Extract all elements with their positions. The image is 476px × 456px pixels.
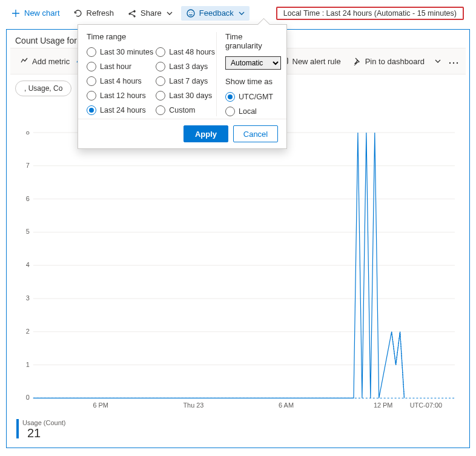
chevron-down-icon bbox=[167, 10, 173, 16]
radio-label: Local bbox=[239, 107, 257, 116]
top-toolbar: New chart Refresh Share Feedback Local T… bbox=[0, 0, 476, 27]
time-range-option[interactable]: Last 7 days bbox=[156, 76, 215, 86]
sparkle-icon bbox=[20, 57, 28, 65]
time-range-option[interactable]: Last 24 hours bbox=[87, 105, 153, 115]
feedback-label: Feedback bbox=[199, 8, 234, 18]
svg-text:5: 5 bbox=[26, 228, 30, 235]
time-range-popover: Time range Last 30 minutesLast 48 hoursL… bbox=[78, 24, 287, 149]
new-chart-button[interactable]: New chart bbox=[6, 6, 65, 21]
radio-label: Last 48 hours bbox=[169, 48, 215, 56]
svg-text:Thu 23: Thu 23 bbox=[183, 401, 203, 409]
radio-label: Last 4 hours bbox=[100, 77, 142, 85]
refresh-label: Refresh bbox=[87, 8, 114, 18]
feedback-button[interactable]: Feedback bbox=[181, 6, 250, 21]
more-button[interactable] bbox=[445, 55, 462, 68]
radio-label: Last hour bbox=[100, 62, 131, 71]
svg-point-5 bbox=[453, 62, 454, 63]
radio-label: Last 30 minutes bbox=[100, 48, 153, 56]
legend-color-bar bbox=[16, 419, 19, 438]
svg-text:UTC-07:00: UTC-07:00 bbox=[410, 401, 442, 409]
svg-point-6 bbox=[457, 62, 458, 63]
time-granularity-select[interactable]: Automatic bbox=[225, 56, 281, 70]
radio-icon bbox=[225, 107, 235, 116]
time-range-option[interactable]: Last 48 hours bbox=[156, 47, 215, 57]
legend-label: Usage (Count) bbox=[22, 419, 66, 426]
radio-label: Last 3 days bbox=[169, 62, 208, 71]
radio-icon bbox=[87, 47, 96, 57]
show-time-option[interactable]: Local bbox=[225, 107, 281, 116]
legend-value: 21 bbox=[22, 426, 66, 440]
share-icon bbox=[127, 8, 137, 18]
time-range-heading: Time range bbox=[87, 32, 214, 41]
svg-text:6 AM: 6 AM bbox=[279, 401, 294, 409]
apply-button[interactable]: Apply bbox=[183, 125, 228, 142]
show-time-as-heading: Show time as bbox=[225, 77, 281, 86]
radio-icon bbox=[156, 105, 165, 115]
pin-to-dashboard-button[interactable]: Pin to dashboard bbox=[347, 55, 431, 68]
cancel-button[interactable]: Cancel bbox=[233, 125, 278, 142]
pin-icon bbox=[353, 57, 362, 65]
svg-text:2: 2 bbox=[26, 328, 30, 335]
radio-icon bbox=[87, 91, 96, 101]
metric-filter-chip[interactable]: , Usage, Co bbox=[15, 81, 71, 96]
chart-legend: Usage (Count) 21 bbox=[18, 419, 66, 440]
show-time-options: UTC/GMTLocal bbox=[225, 92, 281, 116]
add-metric-label: Add metric bbox=[32, 57, 70, 66]
chevron-down-icon[interactable] bbox=[434, 58, 441, 65]
chart-area: 012345678 6 PMThu 236 AM12 PMUTC-07:00 bbox=[15, 131, 461, 411]
radio-icon bbox=[156, 76, 165, 86]
time-range-option[interactable]: Last 30 days bbox=[156, 91, 215, 101]
svg-text:7: 7 bbox=[26, 162, 30, 169]
time-granularity-heading: Time granularity bbox=[225, 32, 281, 50]
radio-icon bbox=[225, 92, 235, 102]
refresh-button[interactable]: Refresh bbox=[68, 6, 119, 21]
svg-point-0 bbox=[187, 10, 194, 17]
time-range-option[interactable]: Last 4 hours bbox=[87, 76, 153, 86]
radio-icon bbox=[156, 47, 165, 57]
ellipsis-icon bbox=[449, 62, 458, 64]
usage-line-chart: 012345678 6 PMThu 236 AM12 PMUTC-07:00 bbox=[15, 131, 461, 411]
smiley-icon bbox=[186, 8, 196, 18]
pin-label: Pin to dashboard bbox=[365, 57, 425, 66]
svg-text:3: 3 bbox=[26, 294, 30, 302]
radio-label: Custom bbox=[169, 106, 195, 114]
time-range-option[interactable]: Last 12 hours bbox=[87, 91, 153, 101]
radio-icon bbox=[87, 62, 96, 71]
svg-text:0: 0 bbox=[26, 394, 30, 401]
svg-text:6 PM: 6 PM bbox=[93, 401, 108, 409]
time-range-options: Last 30 minutesLast 48 hoursLast hourLas… bbox=[87, 47, 214, 115]
svg-text:12 PM: 12 PM bbox=[374, 401, 393, 409]
svg-point-2 bbox=[191, 12, 192, 13]
radio-icon bbox=[87, 105, 96, 115]
radio-icon bbox=[156, 91, 165, 101]
svg-text:8: 8 bbox=[26, 131, 30, 136]
time-range-option[interactable]: Last hour bbox=[87, 62, 153, 71]
chevron-down-icon bbox=[239, 10, 245, 16]
radio-label: Last 7 days bbox=[169, 77, 208, 85]
time-range-option[interactable]: Custom bbox=[156, 105, 215, 115]
radio-icon bbox=[87, 76, 96, 86]
new-chart-label: New chart bbox=[24, 8, 60, 18]
radio-icon bbox=[156, 62, 165, 71]
radio-label: UTC/GMT bbox=[239, 93, 273, 101]
time-range-option[interactable]: Last 30 minutes bbox=[87, 47, 153, 57]
refresh-icon bbox=[73, 8, 83, 18]
svg-point-4 bbox=[449, 62, 451, 63]
svg-text:1: 1 bbox=[26, 361, 30, 368]
time-range-pill[interactable]: Local Time : Last 24 hours (Automatic - … bbox=[276, 7, 464, 20]
add-metric-button[interactable]: Add metric bbox=[14, 55, 76, 68]
svg-text:6: 6 bbox=[26, 195, 30, 202]
radio-label: Last 24 hours bbox=[100, 106, 146, 114]
plus-icon bbox=[11, 8, 21, 18]
svg-point-1 bbox=[189, 12, 190, 13]
radio-label: Last 30 days bbox=[169, 91, 212, 100]
share-label: Share bbox=[140, 8, 162, 18]
svg-text:4: 4 bbox=[26, 261, 30, 268]
new-alert-rule-label: New alert rule bbox=[293, 57, 341, 66]
show-time-option[interactable]: UTC/GMT bbox=[225, 92, 281, 102]
radio-label: Last 12 hours bbox=[100, 91, 146, 100]
time-range-option[interactable]: Last 3 days bbox=[156, 62, 215, 71]
filter-chip-text: , Usage, Co bbox=[24, 84, 62, 93]
share-button[interactable]: Share bbox=[122, 6, 177, 21]
